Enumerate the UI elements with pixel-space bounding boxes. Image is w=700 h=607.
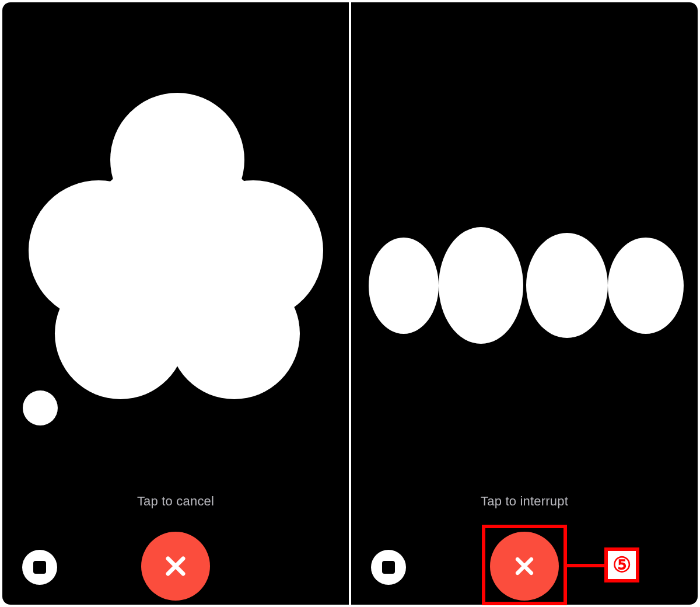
stop-icon [382, 561, 395, 574]
thought-bubble-icon [32, 93, 323, 408]
hint-text-left: Tap to cancel [2, 494, 349, 509]
controls-left [2, 522, 349, 603]
comparison-stage: Tap to cancel Tap to interrupt [0, 0, 700, 607]
close-icon [162, 553, 189, 580]
thought-bubble-tail-icon [23, 390, 58, 425]
right-screen: Tap to interrupt ⑤ [351, 2, 698, 605]
left-screen: Tap to cancel [2, 2, 349, 605]
hint-text-right: Tap to interrupt [351, 494, 698, 509]
stop-button[interactable] [22, 550, 57, 585]
close-icon [512, 554, 537, 578]
stop-icon [33, 561, 46, 574]
stop-button[interactable] [371, 550, 406, 585]
interrupt-button[interactable] [490, 532, 559, 601]
controls-right [351, 522, 698, 603]
cancel-button[interactable] [141, 532, 210, 601]
speaking-dots-icon [369, 227, 680, 344]
